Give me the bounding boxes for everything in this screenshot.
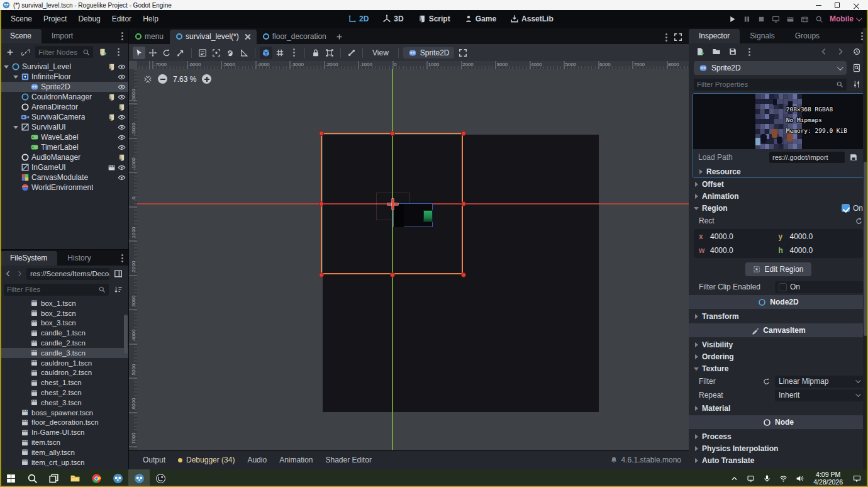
revert-rect-icon[interactable] (855, 217, 863, 225)
expand-viewport-icon[interactable] (674, 33, 682, 42)
taskbar-clock[interactable]: 4:09 PM 4/28/2026 (808, 471, 848, 486)
tab-groups[interactable]: Groups (785, 29, 830, 43)
project-search-button[interactable] (815, 15, 823, 23)
collapse-arrow-icon[interactable] (3, 64, 9, 70)
dock-menu-icon[interactable] (121, 254, 123, 262)
eye-badge-icon[interactable] (118, 123, 126, 132)
nav-forward-icon[interactable] (15, 269, 24, 278)
pause-button[interactable] (743, 15, 751, 23)
eye-badge-icon[interactable] (118, 133, 126, 142)
file-boss_spawner.tscn[interactable]: boss_spawner.tscn (0, 408, 128, 418)
section-animation[interactable]: Animation (689, 190, 868, 202)
file-chest_1.tscn[interactable]: chest_1.tscn (0, 378, 128, 388)
start-button[interactable] (0, 469, 21, 487)
selection-handle[interactable] (390, 272, 395, 277)
section-process[interactable]: Process (689, 430, 868, 442)
workspace-assetlib[interactable]: AssetLib (505, 13, 559, 25)
pivot-tool-button[interactable] (210, 47, 223, 59)
collapse-arrow-icon[interactable] (12, 74, 19, 81)
zoom-out-button[interactable] (158, 74, 167, 84)
tray-microphone-icon[interactable] (759, 469, 774, 487)
filter-files-input[interactable] (7, 286, 98, 293)
property-favorites-button[interactable] (850, 78, 863, 91)
scene-node-InfiniteFloor[interactable]: InfiniteFloor (0, 72, 128, 82)
grid-snap-button[interactable] (274, 47, 286, 59)
selection-handle[interactable] (319, 131, 324, 136)
tab-scene[interactable]: Scene (0, 29, 42, 43)
section-physics-interpolation[interactable]: Physics Interpolation (689, 442, 868, 454)
save-resource-button[interactable] (726, 45, 739, 58)
scene-node-AudioManager[interactable]: AudioManager (0, 152, 128, 162)
file-candle_1.tscn[interactable]: candle_1.tscn (0, 328, 128, 338)
minimize-button[interactable] (809, 1, 828, 9)
save-file-icon[interactable] (849, 152, 859, 162)
scene-node-SurvivalUI[interactable]: SurvivalUI (0, 122, 128, 132)
tab-inspector[interactable]: Inspector (689, 29, 740, 43)
texture-preview[interactable]: 208×368 RGBA8 No Mipmaps Memory: 299.0 K… (693, 94, 864, 149)
rect-y-input[interactable]: 4000.0 (790, 232, 813, 241)
section-offset[interactable]: Offset (689, 178, 868, 190)
file-item.tscn[interactable]: item.tscn (0, 437, 128, 447)
file-list-scrollbar[interactable] (124, 315, 128, 354)
scene-node-WaveLabel[interactable]: WaveLabel (0, 132, 128, 142)
edit-history-button[interactable] (850, 45, 863, 58)
script-badge-icon[interactable] (108, 113, 116, 121)
texture-repeat-dropdown[interactable]: Inherit (775, 389, 863, 401)
file-item_crt_up.tscn[interactable]: item_crt_up.tscn (0, 457, 128, 467)
bottom-tab-animation[interactable]: Animation (273, 453, 319, 467)
section-region[interactable]: Region On (689, 202, 868, 214)
section-transform[interactable]: Transform (689, 310, 868, 322)
scene-node-Survival_Level[interactable]: Survival_Level (0, 62, 128, 72)
script-badge-icon[interactable] (108, 63, 116, 71)
scene-tabs-menu-icon[interactable] (665, 33, 667, 42)
file-chest_2.tscn[interactable]: chest_2.tscn (0, 388, 128, 398)
selection-handle[interactable] (461, 272, 466, 277)
section-auto-translate[interactable]: Auto Translate (689, 454, 868, 466)
eye-badge-icon[interactable] (118, 143, 126, 152)
scene-node-CanvasModulate[interactable]: CanvasModulate (0, 172, 128, 182)
scene-node-InGameUI[interactable]: InGameUI (0, 162, 128, 172)
filter-clip-checkbox[interactable] (779, 283, 787, 291)
remote-debug-button[interactable] (772, 15, 780, 23)
eye-badge-icon[interactable] (118, 113, 126, 121)
menu-debug[interactable]: Debug (72, 12, 106, 26)
eye-badge-icon[interactable] (118, 73, 126, 81)
scene-tree-menu-button[interactable] (112, 46, 125, 59)
rect-x-input[interactable]: 4000.0 (710, 232, 733, 241)
run-profile-dropdown[interactable]: Mobile (830, 14, 860, 23)
active-node-button[interactable]: Sprite2D (403, 47, 455, 59)
file-candle_2.tscn[interactable]: candle_2.tscn (0, 338, 128, 348)
selection-handle[interactable] (461, 201, 466, 206)
canvas[interactable]: 7.63 % (137, 69, 689, 450)
smart-snap-button[interactable] (260, 47, 272, 59)
menu-scene[interactable]: Scene (5, 12, 38, 26)
workspace-game[interactable]: Game (459, 13, 501, 25)
movie-badge-icon[interactable] (108, 164, 116, 172)
file-cauldron_1.tscn[interactable]: cauldron_1.tscn (0, 358, 128, 368)
selection-handle[interactable] (319, 201, 324, 206)
scene-node-TimerLabel[interactable]: TimerLabel (0, 142, 128, 152)
file-item_ally.tscn[interactable]: item_ally.tscn (0, 447, 128, 457)
close-button[interactable] (847, 1, 865, 9)
group-node-button[interactable] (323, 47, 336, 59)
history-forward-icon[interactable] (834, 45, 847, 58)
new-resource-button[interactable] (694, 45, 706, 58)
task-view-button[interactable] (43, 469, 64, 487)
attach-script-button[interactable] (96, 46, 109, 59)
history-back-icon[interactable] (818, 45, 830, 58)
rect-h-input[interactable]: 4000.0 (790, 246, 813, 255)
file-sort-button[interactable] (112, 283, 125, 296)
edit-region-button[interactable]: Edit Region (745, 262, 811, 276)
scene-tab-menu[interactable]: menu (129, 30, 170, 44)
menu-help[interactable]: Help (137, 12, 164, 26)
selection-handle[interactable] (390, 131, 395, 136)
section-resource[interactable]: Resource (693, 165, 864, 177)
load-resource-button[interactable] (710, 45, 723, 58)
file-box_3.tscn[interactable]: box_3.tscn (0, 318, 128, 328)
godot-app-button[interactable] (107, 469, 128, 487)
stop-button[interactable] (757, 15, 765, 23)
play-button[interactable] (728, 15, 737, 23)
center-view-icon[interactable] (143, 75, 152, 84)
file-box_1.tscn[interactable]: box_1.tscn (0, 298, 128, 308)
file-chest_3.tscn[interactable]: chest_3.tscn (0, 398, 128, 408)
